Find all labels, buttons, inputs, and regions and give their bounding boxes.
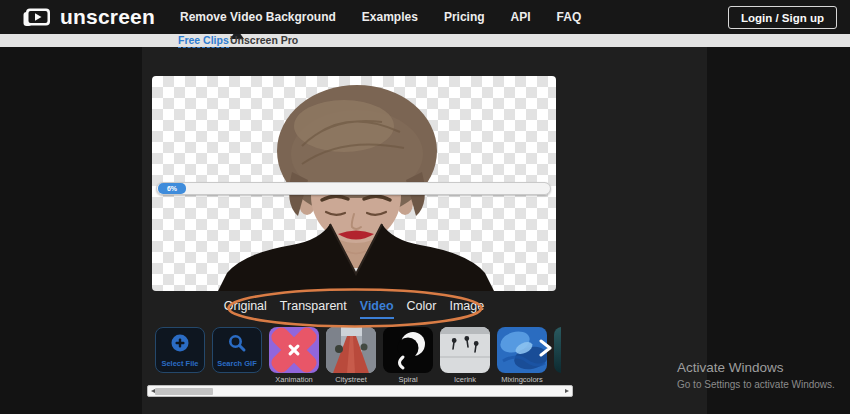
unscreen-app: unscreen Remove Video Background Example… [0, 0, 850, 414]
progress-value-badge: 6% [158, 183, 186, 194]
select-file-label: Select File [161, 359, 198, 368]
nav-pricing[interactable]: Pricing [431, 0, 498, 34]
chevron-right-icon[interactable] [536, 339, 554, 357]
top-navbar: unscreen Remove Video Background Example… [0, 0, 850, 34]
clip-thumbnail-partial[interactable] [554, 327, 561, 385]
main-area: 6% Original Transparent Video Color Imag… [0, 47, 850, 414]
brand-name: unscreen [60, 5, 155, 29]
plus-circle-icon [170, 333, 190, 357]
nav-api[interactable]: API [498, 0, 544, 34]
clip-caption: Mixingcolors [501, 375, 543, 384]
video-preview: 6% [152, 76, 556, 291]
subnav-bar: Free Clips Unscreen Pro [0, 34, 850, 47]
citystreet-art [326, 327, 376, 373]
partial-art [554, 327, 561, 373]
select-file-button[interactable]: Select File [155, 327, 205, 373]
activate-windows-line2: Go to Settings to activate Windows. [677, 378, 835, 391]
clip-strip: Select File Search GIF [155, 327, 561, 385]
subnav-free-clips[interactable]: Free Clips [178, 34, 229, 48]
clip-thumbnail-spiral[interactable]: Spiral [383, 327, 433, 385]
tab-transparent[interactable]: Transparent [280, 298, 347, 317]
spiral-art [383, 327, 433, 373]
scroll-right-arrow-icon[interactable] [565, 389, 569, 393]
nav-examples[interactable]: Examples [349, 0, 431, 34]
nav-faq[interactable]: FAQ [544, 0, 595, 34]
tab-image[interactable]: Image [449, 298, 484, 317]
tab-color[interactable]: Color [407, 298, 437, 317]
icerink-art [440, 327, 490, 373]
clip-caption: Xanimation [275, 375, 313, 384]
select-file-cell: Select File [155, 327, 205, 385]
search-magnifier-icon [227, 333, 247, 357]
tab-original[interactable]: Original [224, 298, 267, 317]
clip-caption: Icerink [454, 375, 476, 384]
search-gif-cell: Search GIF [212, 327, 262, 385]
xanimation-art [269, 327, 319, 373]
brand-home-link[interactable]: unscreen [22, 5, 155, 29]
activate-windows-watermark: Activate Windows Go to Settings to activ… [677, 360, 835, 391]
horizontal-scrollbar[interactable] [147, 385, 573, 397]
clip-thumbnail-citystreet[interactable]: Citystreet [326, 327, 376, 385]
login-signup-button[interactable]: Login / Sign up [728, 6, 837, 29]
progress-bar: 6% [156, 182, 551, 195]
main-nav: Remove Video Background Examples Pricing… [167, 0, 594, 34]
search-gif-button[interactable]: Search GIF [212, 327, 262, 373]
clip-thumbnail-icerink[interactable]: Icerink [440, 327, 490, 385]
nav-remove-video-background[interactable]: Remove Video Background [167, 0, 349, 34]
scrollbar-thumb[interactable] [155, 388, 213, 395]
view-tabs: Original Transparent Video Color Image [152, 298, 556, 320]
subnav-unscreen-pro[interactable]: Unscreen Pro [230, 34, 298, 47]
unscreen-logo-icon [22, 5, 52, 29]
search-gif-label: Search GIF [217, 359, 257, 368]
clip-thumbnail-xanimation[interactable]: Xanimation [269, 327, 319, 385]
tab-video[interactable]: Video [360, 298, 394, 319]
activate-windows-line1: Activate Windows [677, 360, 835, 376]
clip-caption: Spiral [398, 375, 417, 384]
clip-caption: Citystreet [335, 375, 367, 384]
